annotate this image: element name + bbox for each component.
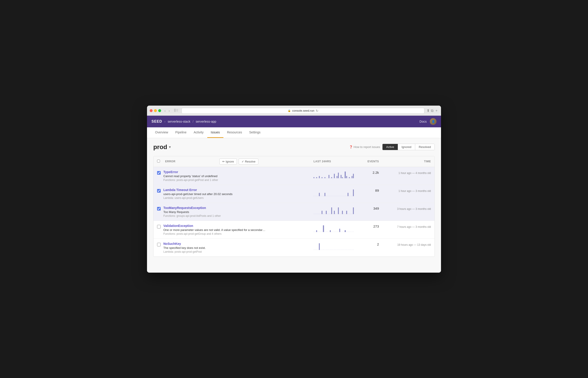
issue-checkbox[interactable] (157, 243, 161, 246)
chart-bar (316, 230, 317, 232)
chart-bar (353, 189, 354, 196)
ignore-button[interactable]: ✏ Ignore (219, 159, 237, 164)
lock-icon: 🔒 (288, 109, 291, 112)
chart-bar (323, 250, 324, 250)
table-row: Lambda Timeout Error users-api-prod-getU… (154, 185, 434, 203)
chart-bar (320, 214, 321, 214)
issue-checkbox[interactable] (157, 171, 161, 175)
nav-buttons: ‹ › (163, 108, 171, 113)
filter-active-btn[interactable]: Active (382, 144, 398, 150)
chart-bar (315, 196, 316, 196)
breadcrumb-stack[interactable]: serverless-stack (168, 120, 190, 123)
issue-title[interactable]: TypeError (163, 170, 311, 174)
filter-ignored-btn[interactable]: Ignored (398, 144, 415, 150)
issue-title[interactable]: ValidationException (163, 224, 311, 228)
minimize-button[interactable] (154, 109, 157, 112)
chart-bar (319, 243, 320, 250)
chart-bar (352, 232, 353, 232)
chart-bar (327, 250, 328, 250)
close-button[interactable] (150, 109, 153, 112)
tab-issues[interactable]: Issues (207, 127, 223, 138)
chart-bar (328, 250, 329, 250)
tab-resources[interactable]: Resources (223, 127, 246, 138)
chart-bar (342, 232, 343, 232)
chart-bar (343, 214, 344, 214)
forward-button[interactable]: › (168, 108, 171, 113)
issue-meta: Lambda: posts-api-prod-getPost (163, 250, 311, 253)
time-col-label: TIME (424, 160, 431, 163)
share-button[interactable]: ⬆ (427, 108, 430, 113)
issue-events: 349 (356, 206, 379, 210)
app-logo[interactable]: SEED (152, 120, 162, 123)
chart-bar (328, 214, 329, 214)
issue-title[interactable]: NoSuchKey (163, 242, 311, 245)
chart-bar (327, 214, 328, 214)
browser-chrome: ‹ › 🔒 console.seed.run ↻ ⬆ ⧉ ＋ (147, 106, 441, 116)
chart-bar (335, 178, 336, 178)
chart-bar (317, 232, 318, 232)
tab-activity[interactable]: Activity (190, 127, 207, 138)
chart-bar (334, 232, 335, 232)
issue-title[interactable]: TooManyRequestsException (163, 206, 311, 210)
filter-resolved-btn[interactable]: Resolved (415, 144, 434, 150)
issues-table: ERROR ✏ Ignore ✓ Resolve LAST 24HRS (153, 156, 435, 257)
chart-bar (349, 196, 350, 196)
new-tab-button[interactable]: ⧉ (431, 109, 433, 113)
chart-bar (339, 196, 340, 196)
tab-pipeline[interactable]: Pipeline (172, 127, 190, 138)
chart-bar (317, 196, 318, 196)
col-header-time: TIME (382, 160, 431, 163)
chart-bar (343, 250, 344, 250)
chart-bar (325, 250, 325, 250)
chart-bar (323, 178, 324, 178)
app-header: SEED › serverless-stack / serverless-app… (147, 116, 441, 127)
issue-title[interactable]: Lambda Timeout Error (163, 188, 311, 192)
chart-bar (330, 196, 331, 196)
chart-bar (343, 178, 344, 178)
nav-tabs: Overview Pipeline Activity Issues Resour… (147, 127, 441, 138)
chart-bar (331, 177, 332, 178)
chart-bar (330, 178, 331, 178)
env-dropdown-arrow[interactable]: ▾ (169, 145, 171, 149)
chart-bar (345, 172, 346, 178)
issue-checkbox[interactable] (157, 207, 161, 211)
issues-container: TypeError Cannot read property 'status' … (154, 167, 434, 256)
reload-button[interactable]: ↻ (316, 109, 318, 113)
docs-link[interactable]: Docs (419, 120, 427, 123)
table-row: TooManyRequestsException Too Many Reques… (154, 203, 434, 221)
breadcrumb-separator-2: / (193, 120, 193, 123)
issue-checkbox[interactable] (157, 189, 161, 193)
issue-meta: Functions: groups-api-prod-listPosts and… (163, 214, 311, 217)
tab-settings[interactable]: Settings (246, 127, 264, 138)
chart-bar (346, 211, 347, 214)
maximize-button[interactable] (158, 109, 161, 112)
chart-bar (350, 196, 351, 196)
address-bar[interactable]: 🔒 console.seed.run ↻ (182, 108, 424, 114)
table-row: TypeError Cannot read property 'status' … (154, 167, 434, 185)
chart-bar (334, 174, 335, 178)
question-icon: ❓ (349, 145, 353, 149)
chart-bar (331, 196, 332, 196)
issue-checkbox[interactable] (157, 225, 161, 229)
chart-bar (327, 178, 328, 178)
issue-events: 2.2k (356, 170, 379, 175)
chart-bar (338, 250, 339, 250)
chart-bar (315, 178, 316, 178)
how-to-link[interactable]: ❓ How to report issues (349, 145, 380, 149)
breadcrumb-app[interactable]: serverless-app (196, 120, 216, 123)
select-all-checkbox[interactable] (157, 160, 160, 162)
issue-time: 19 hours ago — 13 days old (382, 242, 431, 247)
chart-bar (315, 250, 316, 250)
sidebar-toggle-button[interactable] (173, 108, 179, 113)
chart-bar (328, 175, 329, 178)
back-button[interactable]: ‹ (163, 108, 167, 113)
chart-bar (337, 196, 338, 196)
add-tab-button[interactable]: ＋ (435, 108, 438, 113)
chart-bar (338, 207, 339, 214)
chart-bar (327, 196, 328, 196)
tab-overview[interactable]: Overview (152, 127, 172, 138)
chart-bar (350, 250, 351, 250)
table-actions: ✏ Ignore ✓ Resolve (219, 159, 258, 164)
resolve-button[interactable]: ✓ Resolve (239, 159, 258, 164)
chart-bar (349, 177, 350, 178)
